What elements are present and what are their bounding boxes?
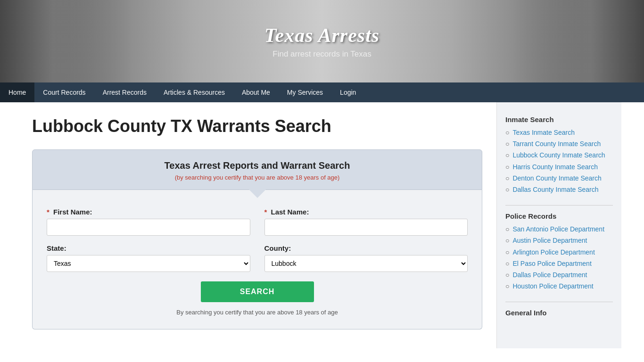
list-item: Arlington Police Department: [505, 248, 613, 256]
list-item: Houston Police Department: [505, 282, 613, 290]
county-select[interactable]: Lubbock Dallas Harris Tarrant Denton: [264, 255, 468, 272]
sidebar-divider-1: [505, 205, 613, 206]
header-text-block: Texas Arrests Find arrest records in Tex…: [264, 24, 380, 59]
sidebar: Inmate Search Texas Inmate Search Tarran…: [496, 102, 621, 348]
site-header: Texas Arrests Find arrest records in Tex…: [0, 0, 644, 82]
county-group: County: Lubbock Dallas Harris Tarrant De…: [264, 244, 468, 272]
form-disclaimer: By searching you certify that you are ab…: [47, 309, 468, 316]
nav-login[interactable]: Login: [331, 82, 364, 102]
search-box-title: Texas Arrest Reports and Warrant Search: [42, 160, 472, 171]
inmate-denton-link[interactable]: Denton County Inmate Search: [512, 174, 601, 182]
last-name-label: * Last Name:: [264, 208, 468, 216]
main-nav: Home Court Records Arrest Records Articl…: [0, 82, 644, 102]
police-arlington-link[interactable]: Arlington Police Department: [512, 248, 594, 256]
site-title: Texas Arrests: [264, 24, 380, 47]
list-item: Texas Inmate Search: [505, 128, 613, 137]
county-label: County:: [264, 244, 468, 252]
nav-arrest-records[interactable]: Arrest Records: [94, 82, 155, 102]
first-name-label: * First Name:: [47, 208, 250, 216]
inmate-harris-link[interactable]: Harris County Inmate Search: [512, 163, 598, 171]
inmate-dallas-link[interactable]: Dallas County Inmate Search: [512, 185, 598, 194]
list-item: Dallas County Inmate Search: [505, 185, 613, 194]
nav-court-records[interactable]: Court Records: [34, 82, 94, 102]
last-name-group: * Last Name:: [264, 208, 468, 236]
inmate-search-title: Inmate Search: [505, 115, 613, 123]
search-header-box: Texas Arrest Reports and Warrant Search …: [32, 149, 482, 190]
last-name-input[interactable]: [264, 219, 468, 236]
police-records-title: Police Records: [505, 212, 613, 220]
list-item: Denton County Inmate Search: [505, 174, 613, 182]
first-name-input[interactable]: [47, 219, 250, 236]
main-content: Lubbock County TX Warrants Search Texas …: [23, 102, 496, 348]
search-form-container: * First Name: * Last Name: State:: [32, 190, 482, 329]
state-select[interactable]: Texas Alabama Alaska Arizona Arkansas Ca…: [47, 255, 250, 272]
nav-home[interactable]: Home: [0, 82, 34, 102]
first-name-group: * First Name:: [47, 208, 250, 236]
first-name-required: *: [47, 208, 50, 216]
list-item: Austin Police Department: [505, 236, 613, 245]
inmate-tarrant-link[interactable]: Tarrant County Inmate Search: [512, 140, 601, 148]
header-hands-left: [0, 0, 132, 82]
search-button[interactable]: SEARCH: [201, 281, 314, 302]
location-row: State: Texas Alabama Alaska Arizona Arka…: [47, 244, 468, 272]
state-label: State:: [47, 244, 250, 252]
police-dallas-link[interactable]: Dallas Police Department: [512, 271, 587, 279]
sidebar-divider-2: [505, 302, 613, 302]
police-records-list: San Antonio Police Department Austin Pol…: [505, 225, 613, 290]
name-row: * First Name: * Last Name:: [47, 208, 468, 236]
police-austin-link[interactable]: Austin Police Department: [512, 236, 587, 245]
inmate-texas-link[interactable]: Texas Inmate Search: [512, 128, 575, 137]
nav-articles[interactable]: Articles & Resources: [155, 82, 233, 102]
search-button-wrapper: SEARCH: [47, 281, 468, 302]
page-title: Lubbock County TX Warrants Search: [32, 116, 482, 136]
police-houston-link[interactable]: Houston Police Department: [512, 282, 593, 290]
police-elpaso-link[interactable]: El Paso Police Department: [512, 259, 591, 268]
nav-about[interactable]: About Me: [233, 82, 279, 102]
general-info-title: General Info: [505, 309, 613, 317]
header-hands-right: [512, 0, 644, 82]
list-item: El Paso Police Department: [505, 259, 613, 268]
nav-services[interactable]: My Services: [279, 82, 331, 102]
list-item: Dallas Police Department: [505, 271, 613, 279]
page-layout: Lubbock County TX Warrants Search Texas …: [23, 102, 621, 348]
list-item: Harris County Inmate Search: [505, 163, 613, 171]
inmate-search-list: Texas Inmate Search Tarrant County Inmat…: [505, 128, 613, 194]
list-item: Tarrant County Inmate Search: [505, 140, 613, 148]
site-subtitle: Find arrest records in Texas: [264, 49, 380, 59]
police-san-antonio-link[interactable]: San Antonio Police Department: [512, 225, 604, 233]
list-item: Lubbock County Inmate Search: [505, 151, 613, 159]
state-group: State: Texas Alabama Alaska Arizona Arka…: [47, 244, 250, 272]
last-name-required: *: [264, 208, 267, 216]
search-box-subtitle: (by searching you certify that you are a…: [42, 174, 472, 181]
inmate-lubbock-link[interactable]: Lubbock County Inmate Search: [512, 151, 605, 159]
list-item: San Antonio Police Department: [505, 225, 613, 233]
